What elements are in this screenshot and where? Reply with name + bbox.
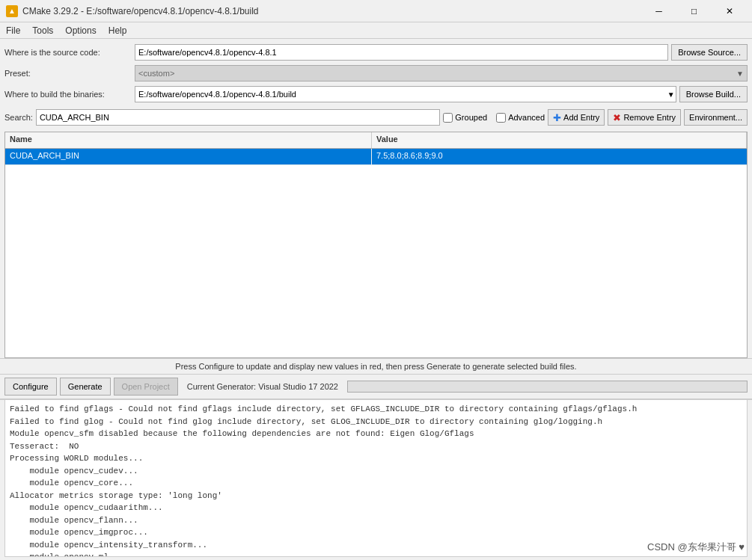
search-label: Search: [4,113,33,122]
open-project-button: Open Project [114,378,178,396]
status-message: Press Configure to update and display ne… [175,362,576,371]
add-entry-button[interactable]: ✚ Add Entry [548,109,605,126]
main-form: Where is the source code: Browse Source.… [0,39,752,132]
advanced-checkbox[interactable] [496,113,506,123]
browse-source-button[interactable]: Browse Source... [671,44,748,61]
menu-file[interactable]: File [0,22,26,38]
menu-options[interactable]: Options [59,22,102,38]
preset-label: Preset: [4,69,132,78]
build-input[interactable] [135,86,676,102]
advanced-label: Advanced [508,113,545,122]
grouped-label: Grouped [455,113,487,122]
add-entry-label: Add Entry [563,113,599,122]
bottom-toolbar: Configure Generate Open Project Current … [0,375,752,399]
remove-entry-button[interactable]: ✖ Remove Entry [608,109,681,126]
app-icon: ▲ [6,5,18,17]
table-header: Name Value [5,132,747,149]
build-input-wrapper: ▼ [135,86,676,102]
configure-button[interactable]: Configure [4,378,57,396]
browse-build-button[interactable]: Browse Build... [679,86,748,102]
log-output[interactable]: Failed to find gflags - Could not find g… [4,400,748,557]
menu-bar: File Tools Options Help [0,22,752,39]
checkbox-group: Grouped Advanced [443,113,545,123]
close-button[interactable]: ✕ [712,4,746,19]
search-toolbar-row: Search: Grouped Advanced ✚ Add Entry ✖ R… [4,108,748,127]
environment-button[interactable]: Environment... [684,109,748,126]
preset-row: Preset: <custom> ▼ [4,64,748,82]
grouped-checkbox-label[interactable]: Grouped [443,113,487,123]
table-area: Name Value CUDA_ARCH_BIN 7.5;8.0;8.6;8.9… [0,132,752,358]
add-icon: ✚ [553,112,561,123]
title-bar-text: CMake 3.29.2 - E:/software/opencv4.8.1/o… [22,6,259,16]
source-input[interactable] [135,44,668,61]
title-bar-controls: ─ □ ✕ [642,4,746,19]
log-wrapper: Failed to find gflags - Could not find g… [0,399,752,560]
environment-label: Environment... [689,113,742,122]
remove-entry-label: Remove Entry [623,113,676,122]
generate-button[interactable]: Generate [60,378,111,396]
source-label: Where is the source code: [4,48,132,57]
grouped-checkbox[interactable] [443,113,453,123]
preset-dropdown-arrow: ▼ [736,70,744,78]
maximize-button[interactable]: □ [677,4,711,19]
table-cell-value: 7.5;8.0;8.6;8.9;9.0 [372,149,747,164]
progress-bar [347,381,748,393]
menu-tools[interactable]: Tools [26,22,59,38]
title-bar: ▲ CMake 3.29.2 - E:/software/opencv4.8.1… [0,0,752,22]
table-container: Name Value CUDA_ARCH_BIN 7.5;8.0;8.6;8.9… [4,132,748,358]
build-row: Where to build the binaries: ▼ Browse Bu… [4,85,748,103]
status-bar: Press Configure to update and display ne… [0,358,752,375]
remove-icon: ✖ [613,112,621,123]
table-body: CUDA_ARCH_BIN 7.5;8.0;8.6;8.9;9.0 [5,149,747,357]
table-cell-name: CUDA_ARCH_BIN [5,149,372,164]
value-header: Value [372,132,747,148]
preset-value: <custom> [138,69,174,78]
minimize-button[interactable]: ─ [642,4,676,19]
preset-dropdown[interactable]: <custom> ▼ [135,65,748,81]
search-input[interactable] [36,109,440,126]
source-row: Where is the source code: Browse Source.… [4,43,748,61]
generator-text: Current Generator: Visual Studio 17 2022 [187,382,338,391]
name-header: Name [5,132,372,148]
build-label: Where to build the binaries: [4,90,132,99]
table-row[interactable]: CUDA_ARCH_BIN 7.5;8.0;8.6;8.9;9.0 [5,149,747,165]
advanced-checkbox-label[interactable]: Advanced [496,113,545,123]
menu-help[interactable]: Help [103,22,133,38]
